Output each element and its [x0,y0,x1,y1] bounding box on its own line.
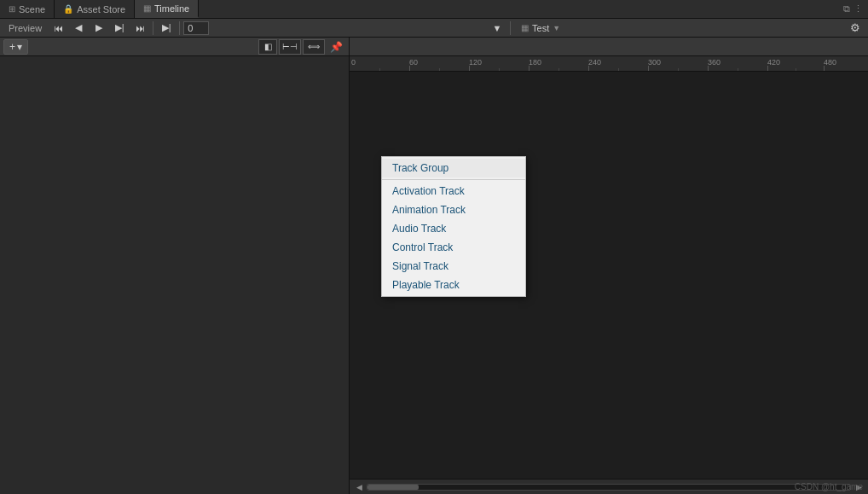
time-value: 0 [188,23,193,33]
tab-scene-label: Scene [19,4,45,15]
tick-60 [409,66,410,71]
ruler-mark-0: 0 [351,58,356,67]
ruler-mark-480: 480 [824,58,836,67]
menu-item-signal-track[interactable]: Signal Track [382,257,525,276]
ruler-mark-180: 180 [529,58,541,67]
menu-item-playable-track[interactable]: Playable Track [382,276,525,294]
timeline-dropdown-button[interactable]: ▼ [488,20,506,36]
ruler-btn-2[interactable]: ⊢⊣ [279,39,301,55]
tab-timeline[interactable]: ▦ Timeline [135,0,199,18]
menu-item-animation-track[interactable]: Animation Track [382,201,525,219]
test-tab-arrow: ▼ [553,24,560,32]
ruler-mark-360: 360 [708,58,720,67]
tick-480 [824,66,825,71]
tab-asset-store-label: Asset Store [77,4,125,15]
left-panel: + ▾ ◧ ⊢⊣ ⟺ 📌 [0,38,350,494]
tick-240 [588,66,589,71]
ruler-btn-1[interactable]: ◧ [258,39,277,55]
separator3 [510,21,511,35]
timeline-icon: ▦ [143,3,151,13]
pin-button[interactable]: 📌 [327,39,345,55]
step-forward-button[interactable]: ▶| [110,20,129,36]
tick-300 [648,66,649,71]
minor-tick [678,68,679,71]
tab-end-controls: ⧉ ⋮ [838,3,868,15]
ruler-mark-420: 420 [767,58,780,67]
menu-dots-icon[interactable]: ⋮ [854,3,863,15]
minor-tick [796,68,796,71]
window-icon[interactable]: ⧉ [843,3,850,15]
track-toolbar: + ▾ ◧ ⊢⊣ ⟺ 📌 [0,38,349,56]
ruler: 0 60 120 180 240 300 360 420 480 [350,56,868,72]
skip-start-button[interactable]: ⏮ [49,20,67,36]
time-display: 0 [183,21,209,35]
preview-label: Preview [3,23,47,33]
menu-item-activation-track[interactable]: Activation Track [382,182,525,201]
skip-end-button[interactable]: ⏭ [130,20,149,36]
playable-track-label: Playable Track [392,279,460,291]
menu-item-control-track[interactable]: Control Track [382,238,525,257]
test-icon-small: ▦ [521,23,529,32]
play-alt-button[interactable]: ▶| [157,20,176,36]
tab-timeline-label: Timeline [154,3,189,14]
ruler-mark-300: 300 [648,58,661,67]
ruler-btn-3[interactable]: ⟺ [303,39,325,55]
track-group-label: Track Group [392,162,448,174]
menu-item-audio-track[interactable]: Audio Track [382,219,525,238]
separator2 [179,21,180,35]
separator1 [153,21,153,35]
signal-track-label: Signal Track [392,260,448,272]
tick-120 [469,66,470,71]
tab-scene[interactable]: ⊞ Scene [0,0,55,18]
scene-icon: ⊞ [9,4,15,14]
minor-tick [499,68,500,71]
add-track-button[interactable]: + ▾ [3,39,28,55]
track-type-menu: Track Group Activation Track Animation T… [381,156,526,297]
audio-track-label: Audio Track [392,223,446,235]
test-label: Test [532,23,549,33]
tab-asset-store[interactable]: 🔒 Asset Store [55,0,135,18]
control-track-label: Control Track [392,241,453,253]
watermark: CSDN @ht_game [795,482,863,491]
minor-tick [558,68,559,71]
ruler-mark-120: 120 [469,58,482,67]
tick-180 [529,66,529,71]
scrollbar-thumb[interactable] [367,485,419,490]
ruler-mark-60: 60 [409,58,418,67]
playback-toolbar: Preview ⏮ ◀ ▶ ▶| ⏭ ▶| 0 ▼ ▦ Test ▼ ⚙ [0,19,868,38]
ruler-mark-240: 240 [588,58,601,67]
settings-button[interactable]: ⚙ [846,20,865,36]
minor-tick [738,68,738,71]
play-button[interactable]: ▶ [90,20,108,36]
activation-track-label: Activation Track [392,185,465,197]
scrollbar-track[interactable] [367,484,851,491]
menu-divider [382,179,525,180]
scroll-left-button[interactable]: ◀ [353,481,365,493]
tick-420 [767,66,768,71]
animation-track-label: Animation Track [392,204,466,216]
tick-360 [708,66,709,71]
tab-bar: ⊞ Scene 🔒 Asset Store ▦ Timeline ⧉ ⋮ [0,0,868,19]
minor-tick [439,68,440,71]
horizontal-scrollbar: ◀ ▶ [350,479,868,494]
add-dropdown-arrow: ▾ [17,41,22,53]
minor-tick [379,68,380,71]
step-back-button[interactable]: ◀ [69,20,88,36]
plus-icon: + [9,41,15,53]
menu-item-track-group[interactable]: Track Group [382,159,525,177]
lock-icon: 🔒 [63,4,73,14]
minor-tick [618,68,619,71]
